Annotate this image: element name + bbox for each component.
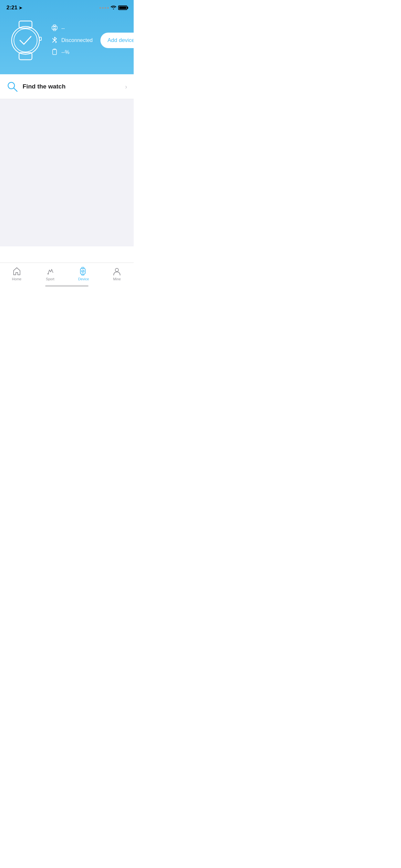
svg-point-13 [48,273,49,275]
svg-rect-4 [39,37,41,40]
watch-illustration [8,20,43,61]
svg-rect-2 [11,27,39,54]
signal-icon [99,7,109,9]
tab-sport[interactable]: Sport [34,267,67,281]
tab-mine-label: Mine [113,277,121,281]
status-time: 2:21 ➤ [6,4,22,11]
svg-point-11 [8,82,14,89]
svg-point-3 [14,29,37,52]
battery-icon [118,5,127,10]
mine-icon [112,267,121,276]
device-name: -- [61,26,65,31]
tab-device[interactable]: Device [67,267,100,281]
svg-line-12 [14,88,17,91]
svg-rect-9 [53,50,57,55]
tab-device-label: Device [78,277,89,281]
find-watch-row[interactable]: Find the watch › [0,74,134,99]
main-content: Find the watch › [0,74,134,246]
tab-home-label: Home [12,277,21,281]
tab-mine[interactable]: Mine [100,267,134,281]
battery-row: --% [51,49,93,57]
device-icon [79,267,88,276]
watch-small-icon [51,25,58,33]
tab-sport-label: Sport [46,277,54,281]
bluetooth-status-row: Disconnected [51,36,93,44]
bluetooth-icon [51,36,58,44]
device-battery-icon [51,49,58,57]
wifi-icon [111,5,116,10]
svg-point-18 [115,268,119,272]
home-indicator [45,285,89,287]
find-watch-label: Find the watch [23,83,120,90]
device-name-row: -- [51,25,93,33]
location-arrow-icon: ➤ [19,5,22,10]
search-icon [6,81,18,92]
battery-percentage: --% [61,50,69,55]
sport-icon [45,267,55,276]
connection-status: Disconnected [61,37,93,43]
status-right-icons [99,5,127,10]
home-icon [12,267,21,276]
add-device-button[interactable]: Add device [100,33,134,48]
chevron-right-icon: › [125,83,127,90]
device-info: -- Disconnected --% [51,25,93,57]
tab-home[interactable]: Home [0,267,34,281]
status-bar: 2:21 ➤ [0,0,134,13]
svg-point-8 [54,27,56,29]
